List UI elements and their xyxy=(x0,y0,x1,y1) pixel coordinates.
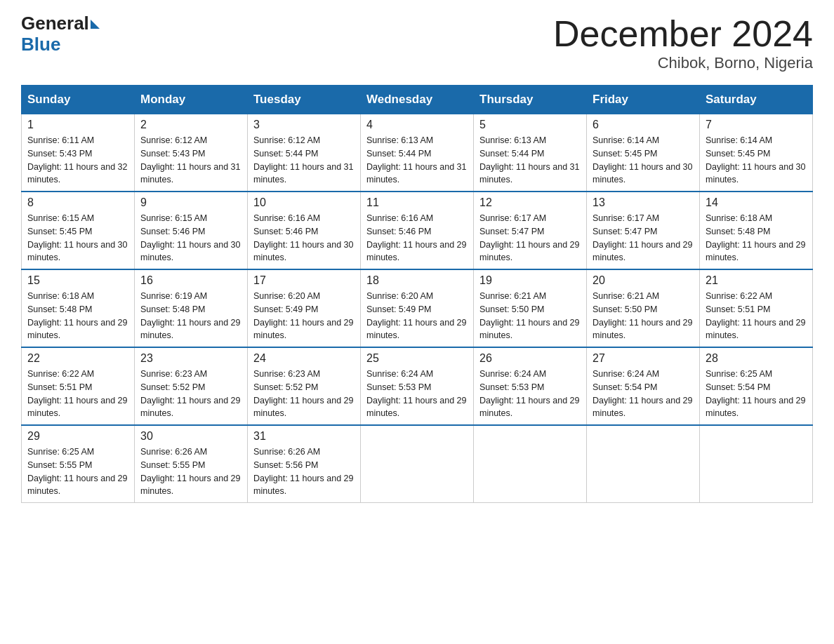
calendar-day-cell: 12 Sunrise: 6:17 AMSunset: 5:47 PMDaylig… xyxy=(474,192,587,269)
day-of-week-header: Saturday xyxy=(700,86,813,114)
day-number: 6 xyxy=(593,119,694,131)
calendar-day-cell: 18 Sunrise: 6:20 AMSunset: 5:49 PMDaylig… xyxy=(361,269,474,347)
calendar-body: 1 Sunrise: 6:11 AMSunset: 5:43 PMDayligh… xyxy=(22,114,813,503)
calendar-day-cell: 10 Sunrise: 6:16 AMSunset: 5:46 PMDaylig… xyxy=(248,192,361,269)
location-title: Chibok, Borno, Nigeria xyxy=(553,54,813,72)
calendar-day-cell: 31 Sunrise: 6:26 AMSunset: 5:56 PMDaylig… xyxy=(248,425,361,503)
calendar-day-cell: 22 Sunrise: 6:22 AMSunset: 5:51 PMDaylig… xyxy=(22,347,135,425)
day-info: Sunrise: 6:22 AMSunset: 5:51 PMDaylight:… xyxy=(706,290,807,342)
day-of-week-header: Wednesday xyxy=(361,86,474,114)
day-info: Sunrise: 6:18 AMSunset: 5:48 PMDaylight:… xyxy=(27,290,128,342)
calendar-day-cell: 4 Sunrise: 6:13 AMSunset: 5:44 PMDayligh… xyxy=(361,114,474,192)
day-info: Sunrise: 6:24 AMSunset: 5:54 PMDaylight:… xyxy=(593,368,694,420)
calendar-week-row: 8 Sunrise: 6:15 AMSunset: 5:45 PMDayligh… xyxy=(22,192,813,269)
calendar-week-row: 15 Sunrise: 6:18 AMSunset: 5:48 PMDaylig… xyxy=(22,269,813,347)
calendar-day-cell: 11 Sunrise: 6:16 AMSunset: 5:46 PMDaylig… xyxy=(361,192,474,269)
calendar-week-row: 29 Sunrise: 6:25 AMSunset: 5:55 PMDaylig… xyxy=(22,425,813,503)
calendar-table: SundayMondayTuesdayWednesdayThursdayFrid… xyxy=(21,85,813,503)
day-number: 5 xyxy=(479,119,581,131)
day-number: 27 xyxy=(593,352,694,365)
calendar-day-cell: 9 Sunrise: 6:15 AMSunset: 5:46 PMDayligh… xyxy=(135,192,248,269)
calendar-day-cell: 23 Sunrise: 6:23 AMSunset: 5:52 PMDaylig… xyxy=(135,347,248,425)
day-number: 25 xyxy=(366,352,468,365)
logo: General Blue xyxy=(21,14,100,55)
month-title: December 2024 xyxy=(553,14,813,54)
calendar-day-cell: 5 Sunrise: 6:13 AMSunset: 5:44 PMDayligh… xyxy=(474,114,587,192)
day-number: 31 xyxy=(253,430,355,443)
calendar-day-cell: 13 Sunrise: 6:17 AMSunset: 5:47 PMDaylig… xyxy=(587,192,700,269)
day-info: Sunrise: 6:12 AMSunset: 5:44 PMDaylight:… xyxy=(253,134,355,187)
day-info: Sunrise: 6:23 AMSunset: 5:52 PMDaylight:… xyxy=(253,368,355,420)
day-info: Sunrise: 6:24 AMSunset: 5:53 PMDaylight:… xyxy=(479,368,581,420)
calendar-day-cell: 8 Sunrise: 6:15 AMSunset: 5:45 PMDayligh… xyxy=(22,192,135,269)
day-info: Sunrise: 6:20 AMSunset: 5:49 PMDaylight:… xyxy=(253,290,355,342)
logo-blue-text: Blue xyxy=(21,34,60,55)
day-info: Sunrise: 6:15 AMSunset: 5:46 PMDaylight:… xyxy=(140,212,241,264)
calendar-day-cell: 29 Sunrise: 6:25 AMSunset: 5:55 PMDaylig… xyxy=(22,425,135,503)
day-number: 18 xyxy=(366,274,468,287)
day-number: 1 xyxy=(27,119,128,131)
calendar-day-cell: 6 Sunrise: 6:14 AMSunset: 5:45 PMDayligh… xyxy=(587,114,700,192)
day-info: Sunrise: 6:17 AMSunset: 5:47 PMDaylight:… xyxy=(479,212,581,264)
calendar-week-row: 22 Sunrise: 6:22 AMSunset: 5:51 PMDaylig… xyxy=(22,347,813,425)
calendar-day-cell: 19 Sunrise: 6:21 AMSunset: 5:50 PMDaylig… xyxy=(474,269,587,347)
calendar-day-cell: 17 Sunrise: 6:20 AMSunset: 5:49 PMDaylig… xyxy=(248,269,361,347)
day-number: 9 xyxy=(140,196,241,209)
calendar-day-cell xyxy=(700,425,813,503)
day-number: 7 xyxy=(706,119,807,131)
day-info: Sunrise: 6:17 AMSunset: 5:47 PMDaylight:… xyxy=(593,212,694,264)
day-info: Sunrise: 6:19 AMSunset: 5:48 PMDaylight:… xyxy=(140,290,241,342)
day-number: 8 xyxy=(27,196,128,209)
day-number: 3 xyxy=(253,119,355,131)
day-number: 28 xyxy=(706,352,807,365)
day-number: 11 xyxy=(366,196,468,209)
logo-arrow-icon xyxy=(91,20,100,29)
day-number: 14 xyxy=(706,196,807,209)
calendar-header-row: SundayMondayTuesdayWednesdayThursdayFrid… xyxy=(22,86,813,114)
day-info: Sunrise: 6:13 AMSunset: 5:44 PMDaylight:… xyxy=(366,134,468,187)
calendar-day-cell: 24 Sunrise: 6:23 AMSunset: 5:52 PMDaylig… xyxy=(248,347,361,425)
logo-general-text: General xyxy=(21,14,89,32)
day-number: 20 xyxy=(593,274,694,287)
calendar-day-cell: 3 Sunrise: 6:12 AMSunset: 5:44 PMDayligh… xyxy=(248,114,361,192)
day-info: Sunrise: 6:18 AMSunset: 5:48 PMDaylight:… xyxy=(706,212,807,264)
calendar-day-cell: 2 Sunrise: 6:12 AMSunset: 5:43 PMDayligh… xyxy=(135,114,248,192)
day-number: 10 xyxy=(253,196,355,209)
calendar-day-cell xyxy=(361,425,474,503)
calendar-day-cell: 1 Sunrise: 6:11 AMSunset: 5:43 PMDayligh… xyxy=(22,114,135,192)
calendar-day-cell xyxy=(587,425,700,503)
title-block: December 2024 Chibok, Borno, Nigeria xyxy=(553,14,813,72)
day-info: Sunrise: 6:16 AMSunset: 5:46 PMDaylight:… xyxy=(253,212,355,264)
day-info: Sunrise: 6:21 AMSunset: 5:50 PMDaylight:… xyxy=(479,290,581,342)
calendar-day-cell: 7 Sunrise: 6:14 AMSunset: 5:45 PMDayligh… xyxy=(700,114,813,192)
day-number: 15 xyxy=(27,274,128,287)
day-number: 24 xyxy=(253,352,355,365)
day-info: Sunrise: 6:13 AMSunset: 5:44 PMDaylight:… xyxy=(479,134,581,187)
day-number: 19 xyxy=(479,274,581,287)
calendar-day-cell: 27 Sunrise: 6:24 AMSunset: 5:54 PMDaylig… xyxy=(587,347,700,425)
day-number: 16 xyxy=(140,274,241,287)
day-info: Sunrise: 6:24 AMSunset: 5:53 PMDaylight:… xyxy=(366,368,468,420)
day-of-week-header: Monday xyxy=(135,86,248,114)
day-number: 21 xyxy=(706,274,807,287)
day-info: Sunrise: 6:25 AMSunset: 5:55 PMDaylight:… xyxy=(27,445,128,498)
day-number: 17 xyxy=(253,274,355,287)
calendar-day-cell: 20 Sunrise: 6:21 AMSunset: 5:50 PMDaylig… xyxy=(587,269,700,347)
day-info: Sunrise: 6:25 AMSunset: 5:54 PMDaylight:… xyxy=(706,368,807,420)
day-info: Sunrise: 6:20 AMSunset: 5:49 PMDaylight:… xyxy=(366,290,468,342)
day-number: 13 xyxy=(593,196,694,209)
day-info: Sunrise: 6:26 AMSunset: 5:56 PMDaylight:… xyxy=(253,445,355,498)
day-info: Sunrise: 6:11 AMSunset: 5:43 PMDaylight:… xyxy=(27,134,128,187)
calendar-day-cell: 25 Sunrise: 6:24 AMSunset: 5:53 PMDaylig… xyxy=(361,347,474,425)
day-of-week-header: Tuesday xyxy=(248,86,361,114)
day-of-week-header: Sunday xyxy=(22,86,135,114)
calendar-day-cell: 21 Sunrise: 6:22 AMSunset: 5:51 PMDaylig… xyxy=(700,269,813,347)
day-info: Sunrise: 6:12 AMSunset: 5:43 PMDaylight:… xyxy=(140,134,241,187)
calendar-day-cell: 30 Sunrise: 6:26 AMSunset: 5:55 PMDaylig… xyxy=(135,425,248,503)
day-number: 29 xyxy=(27,430,128,443)
day-info: Sunrise: 6:14 AMSunset: 5:45 PMDaylight:… xyxy=(593,134,694,187)
day-of-week-header: Friday xyxy=(587,86,700,114)
day-info: Sunrise: 6:26 AMSunset: 5:55 PMDaylight:… xyxy=(140,445,241,498)
day-info: Sunrise: 6:15 AMSunset: 5:45 PMDaylight:… xyxy=(27,212,128,264)
day-info: Sunrise: 6:22 AMSunset: 5:51 PMDaylight:… xyxy=(27,368,128,420)
